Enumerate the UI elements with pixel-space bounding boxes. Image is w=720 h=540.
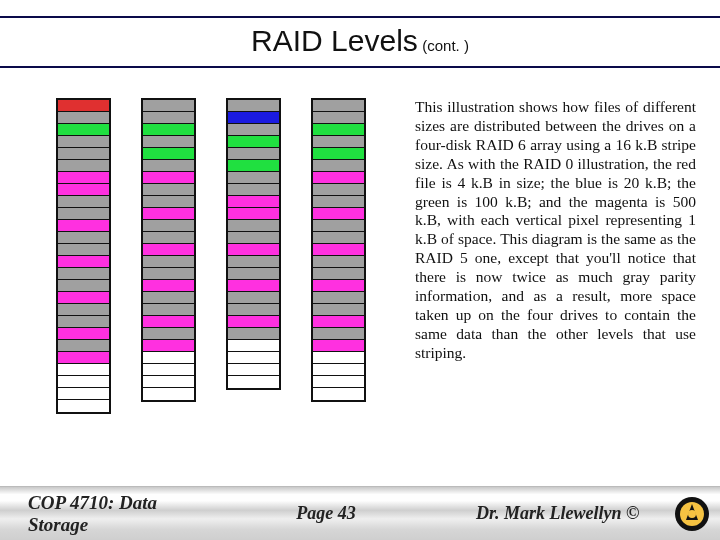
stripe-gray (313, 256, 364, 268)
content-area: This illustration shows how files of dif… (0, 84, 720, 480)
stripe-white (58, 364, 109, 376)
stripe-blue (228, 112, 279, 124)
stripe-magenta (313, 280, 364, 292)
stripe-white (143, 352, 194, 364)
stripe-gray (228, 124, 279, 136)
stripe-gray (143, 256, 194, 268)
stripe-white (143, 388, 194, 400)
slide-title-sub: (cont. ) (422, 37, 469, 54)
stripe-white (228, 352, 279, 364)
stripe-gray (143, 112, 194, 124)
stripe-white (313, 352, 364, 364)
footer-page: Page 43 (216, 503, 436, 524)
stripe-gray (228, 292, 279, 304)
footer-author: Dr. Mark Llewellyn © (436, 503, 664, 524)
stripe-green (228, 136, 279, 148)
stripe-gray (58, 244, 109, 256)
stripe-magenta (58, 292, 109, 304)
stripe-gray (313, 112, 364, 124)
stripe-gray (58, 340, 109, 352)
stripe-magenta (313, 340, 364, 352)
stripe-gray (58, 268, 109, 280)
stripe-gray (143, 328, 194, 340)
drive-column-4 (311, 98, 366, 402)
stripe-gray (228, 328, 279, 340)
stripe-gray (228, 184, 279, 196)
stripe-magenta (143, 208, 194, 220)
stripe-gray (313, 268, 364, 280)
stripe-white (58, 388, 109, 400)
stripe-magenta (313, 208, 364, 220)
stripe-gray (58, 316, 109, 328)
stripe-magenta (228, 208, 279, 220)
drive-column-3 (226, 98, 281, 390)
stripe-gray (58, 136, 109, 148)
stripe-magenta (313, 316, 364, 328)
stripe-gray (143, 160, 194, 172)
stripe-gray (143, 268, 194, 280)
stripe-magenta (58, 256, 109, 268)
stripe-magenta (58, 172, 109, 184)
stripe-green (228, 160, 279, 172)
stripe-gray (313, 232, 364, 244)
stripe-gray (228, 220, 279, 232)
university-seal-icon (664, 496, 720, 532)
stripe-magenta (228, 244, 279, 256)
stripe-gray (58, 280, 109, 292)
description-text: This illustration shows how files of dif… (415, 98, 696, 363)
stripe-white (143, 376, 194, 388)
stripe-gray (313, 304, 364, 316)
stripe-magenta (143, 244, 194, 256)
stripe-white (228, 376, 279, 388)
stripe-gray (228, 256, 279, 268)
slide-container: RAID Levels (cont. ) This illustration s… (0, 0, 720, 540)
stripe-gray (313, 184, 364, 196)
stripe-white (58, 376, 109, 388)
stripe-gray (228, 148, 279, 160)
stripe-gray (58, 148, 109, 160)
stripe-magenta (313, 244, 364, 256)
slide-title: RAID Levels (251, 24, 418, 57)
stripe-gray (58, 160, 109, 172)
stripe-gray (228, 172, 279, 184)
stripe-white (228, 364, 279, 376)
drive-column-2 (141, 98, 196, 402)
stripe-magenta (143, 280, 194, 292)
stripe-gray (313, 160, 364, 172)
stripe-gray (58, 196, 109, 208)
stripe-magenta (228, 196, 279, 208)
footer-bar: COP 4710: Data Storage Page 43 Dr. Mark … (0, 486, 720, 540)
stripe-magenta (58, 220, 109, 232)
stripe-red (58, 100, 109, 112)
stripe-gray (143, 100, 194, 112)
stripe-magenta (313, 172, 364, 184)
stripe-gray (313, 196, 364, 208)
stripe-gray (58, 208, 109, 220)
stripe-magenta (58, 184, 109, 196)
stripe-gray (143, 304, 194, 316)
stripe-magenta (228, 280, 279, 292)
raid-diagram (56, 98, 366, 414)
stripe-magenta (58, 328, 109, 340)
stripe-green (143, 124, 194, 136)
stripe-white (58, 400, 109, 412)
stripe-white (143, 364, 194, 376)
drive-column-1 (56, 98, 111, 414)
stripe-magenta (143, 340, 194, 352)
stripe-gray (143, 184, 194, 196)
stripe-gray (58, 232, 109, 244)
footer-course: COP 4710: Data Storage (0, 492, 216, 536)
stripe-gray (228, 268, 279, 280)
stripe-gray (143, 196, 194, 208)
stripe-gray (313, 136, 364, 148)
stripe-gray (58, 304, 109, 316)
stripe-gray (143, 292, 194, 304)
stripe-gray (313, 220, 364, 232)
stripe-magenta (143, 172, 194, 184)
stripe-gray (143, 220, 194, 232)
stripe-magenta (58, 352, 109, 364)
stripe-gray (313, 100, 364, 112)
stripe-gray (228, 100, 279, 112)
stripe-gray (143, 232, 194, 244)
stripe-gray (58, 112, 109, 124)
